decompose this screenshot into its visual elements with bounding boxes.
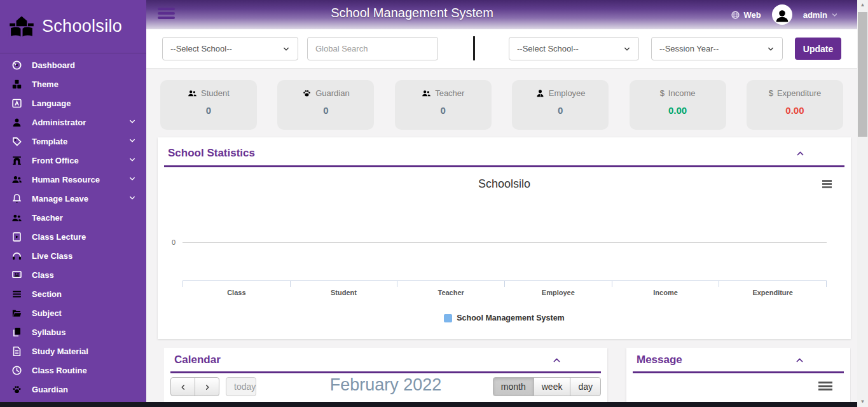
top-header: School Management System Web admin — [146, 0, 857, 29]
avatar[interactable] — [772, 4, 792, 25]
sidebar-item-teacher[interactable]: Teacher — [0, 208, 146, 227]
users-icon — [422, 88, 431, 98]
scroll-up-arrow-icon[interactable]: ▲ — [857, 0, 868, 10]
sidebar-item-study-material[interactable]: Study Material — [0, 341, 146, 361]
scrollbar-thumb[interactable] — [858, 12, 867, 137]
stat-value: 0.00 — [747, 105, 843, 116]
sidebar-item-label: Subject — [32, 308, 136, 318]
sidebar-item-label: Class Routine — [32, 366, 136, 375]
sidebar-item-label: Guardian — [32, 385, 136, 394]
web-link[interactable]: Web — [731, 10, 761, 20]
stat-card-label: Student — [160, 88, 257, 98]
view-day-button[interactable]: day — [570, 377, 601, 396]
stat-card-label: $Income — [630, 88, 726, 98]
users-icon — [188, 88, 197, 98]
sidebar-item-class[interactable]: Class — [0, 265, 146, 284]
school-statistics-title: School Statistics — [168, 147, 255, 160]
filter-bar: --Select School-- --Select School-- --Se… — [146, 29, 857, 69]
chevron-right-icon — [203, 383, 211, 391]
user-menu[interactable]: admin — [803, 10, 838, 20]
stat-value: 0 — [160, 105, 257, 116]
chevron-up-icon — [795, 355, 804, 365]
next-month-button[interactable] — [195, 377, 219, 396]
archway-icon — [11, 155, 22, 166]
stat-value: 0 — [277, 105, 374, 116]
sidebar-item-administrator[interactable]: Administrator — [0, 113, 146, 132]
user-icon — [11, 117, 22, 128]
stat-card-label: Guardian — [277, 88, 374, 98]
x-axis-cell: Class — [183, 281, 291, 287]
sidebar-item-language[interactable]: Language — [0, 93, 146, 113]
sidebar-item-front-office[interactable]: Front Office — [0, 151, 146, 170]
stat-card-label: $Expenditure — [747, 88, 843, 98]
collapse-message-button[interactable] — [795, 355, 804, 365]
stat-card-income: $Income0.00 — [630, 80, 726, 130]
chevron-down-icon — [128, 194, 136, 202]
main-area: School Management System Web admin --Sel… — [146, 0, 857, 407]
file-lines-icon — [11, 346, 22, 357]
text-caret — [473, 36, 475, 60]
message-menu-icon[interactable] — [818, 382, 832, 390]
statistics-chart: Schoolsilo 0 ClassStudentTeacherEmployee… — [158, 167, 851, 338]
chevron-down-icon — [128, 175, 136, 183]
vertical-scrollbar[interactable]: ▲ ▼ — [857, 0, 868, 407]
topbar-right-cluster: Web admin — [731, 4, 857, 25]
view-week-button[interactable]: week — [534, 377, 571, 396]
stats-row: Student0Guardian0Teacher0Employee0$Incom… — [146, 80, 857, 130]
school-select-1-value: --Select School-- — [170, 44, 232, 53]
app-root: Schoolsilo DashboardThemeLanguageAdminis… — [0, 0, 868, 407]
today-button[interactable]: today — [226, 377, 256, 396]
x-axis-cell: Expenditure — [719, 281, 827, 287]
view-month-button[interactable]: month — [493, 377, 534, 396]
chevron-down-icon — [767, 45, 775, 53]
chevron-down-icon — [128, 174, 136, 185]
sidebar-item-class-lecture[interactable]: Class Lecture — [0, 227, 146, 246]
sidebar-item-guardian[interactable]: Guardian — [0, 380, 146, 399]
session-year-value: --Session Year-- — [659, 44, 719, 53]
panel-divider — [633, 371, 844, 373]
stat-label-text: Student — [201, 88, 230, 98]
session-year-select[interactable]: --Session Year-- — [651, 37, 783, 60]
school-select-1[interactable]: --Select School-- — [162, 37, 298, 60]
sidebar-item-template[interactable]: Template — [0, 132, 146, 151]
chevron-down-icon — [128, 135, 136, 147]
update-button[interactable]: Update — [795, 38, 841, 60]
sidebar-item-manage-leave[interactable]: Manage Leave — [0, 189, 146, 208]
chevron-down-icon — [128, 155, 136, 166]
sidebar-item-syllabus[interactable]: Syllabus — [0, 322, 146, 341]
sidebar-item-human-resource[interactable]: Human Resource — [0, 170, 146, 189]
scroll-down-arrow-icon[interactable]: ▼ — [857, 397, 868, 407]
globe-icon — [731, 10, 740, 20]
prev-month-button[interactable] — [170, 377, 195, 396]
sidebar-item-dashboard[interactable]: Dashboard — [0, 55, 146, 74]
sidebar-item-label: Human Resource — [32, 175, 128, 184]
sidebar-item-label: Study Material — [32, 347, 136, 356]
school-select-2[interactable]: --Select School-- — [509, 37, 639, 60]
sidebar-toggle-hamburger-icon[interactable] — [158, 8, 175, 21]
stat-card-label: Teacher — [395, 88, 492, 98]
calendar-title: Calendar — [174, 354, 221, 366]
x-axis-label: Employee — [505, 289, 612, 296]
sidebar-item-live-class[interactable]: Live Class — [0, 246, 146, 265]
sidebar-item-label: Class Lecture — [32, 232, 136, 242]
stat-card-student: Student0 — [160, 80, 257, 130]
sidebar-item-section[interactable]: Section — [0, 284, 146, 303]
paw-icon — [11, 384, 22, 395]
collapse-calendar-button[interactable] — [552, 355, 561, 365]
page-title: School Management System — [331, 6, 493, 20]
chevron-up-icon — [796, 149, 805, 158]
brand-name: Schoolsilo — [42, 17, 122, 36]
sidebar-item-theme[interactable]: Theme — [0, 74, 146, 93]
chevron-down-icon — [282, 45, 290, 53]
stat-card-employee: Employee0 — [512, 80, 609, 130]
brand-header[interactable]: Schoolsilo — [0, 0, 146, 53]
chart-legend[interactable]: School Management System — [158, 314, 851, 322]
collapse-statistics-button[interactable] — [796, 149, 805, 158]
chart-context-menu-icon[interactable] — [822, 180, 832, 190]
dollar-icon: $ — [769, 88, 773, 98]
global-search-input[interactable] — [307, 37, 438, 60]
sidebar-item-class-routine[interactable]: Class Routine — [0, 361, 146, 380]
clock-icon — [11, 365, 22, 376]
stat-card-teacher: Teacher0 — [395, 80, 492, 130]
sidebar-item-subject[interactable]: Subject — [0, 303, 146, 322]
